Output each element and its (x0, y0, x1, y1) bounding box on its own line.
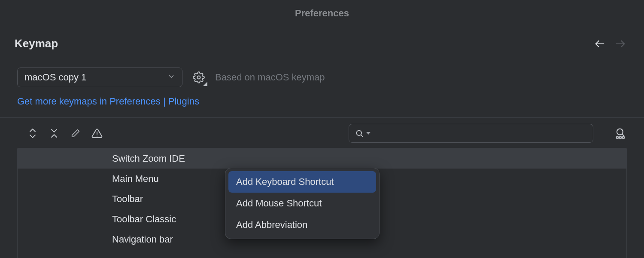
section-title: Keymap (15, 37, 58, 50)
tree-row-selected[interactable]: Switch Zoom IDE (18, 148, 626, 169)
menu-add-abbreviation[interactable]: Add Abbreviation (228, 214, 376, 236)
chevron-down-icon (167, 72, 175, 83)
collapse-icon (50, 128, 58, 138)
search-dropdown-icon[interactable] (366, 131, 371, 135)
window-title: Preferences (0, 0, 644, 19)
arrow-left-icon (594, 38, 606, 50)
context-menu: Add Keyboard Shortcut Add Mouse Shortcut… (225, 168, 380, 239)
collapse-all-button[interactable] (48, 127, 60, 139)
keymap-select[interactable]: macOS copy 1 (17, 68, 182, 87)
get-more-keymaps-link[interactable]: Get more keymaps in Preferences | Plugin… (17, 96, 199, 107)
conflicts-button[interactable] (91, 127, 103, 139)
pencil-icon (71, 129, 80, 138)
find-shortcut-icon (614, 127, 626, 139)
menu-add-mouse-shortcut[interactable]: Add Mouse Shortcut (228, 193, 376, 214)
search-input[interactable] (373, 129, 587, 138)
svg-point-2 (197, 76, 200, 79)
expand-collapse-button[interactable] (27, 127, 39, 139)
keymap-settings-button[interactable] (192, 71, 206, 84)
warning-triangle-icon (91, 128, 103, 139)
svg-rect-9 (617, 137, 619, 138)
svg-line-6 (361, 135, 363, 137)
keymap-select-value: macOS copy 1 (24, 72, 86, 83)
svg-rect-10 (620, 137, 622, 138)
svg-point-5 (356, 130, 361, 135)
forward-button (614, 37, 627, 50)
edit-button[interactable] (70, 127, 82, 139)
svg-rect-11 (623, 137, 625, 138)
expand-collapse-icon (28, 128, 37, 138)
menu-add-keyboard-shortcut[interactable]: Add Keyboard Shortcut (228, 171, 376, 193)
search-icon (355, 129, 364, 138)
keymap-based-on-label: Based on macOS keymap (215, 72, 325, 83)
arrow-right-icon (614, 38, 626, 50)
search-input-container[interactable] (349, 124, 593, 143)
nav-arrows (593, 37, 627, 50)
find-by-shortcut-button[interactable] (614, 127, 627, 140)
back-button[interactable] (593, 37, 606, 50)
svg-line-8 (622, 134, 624, 136)
